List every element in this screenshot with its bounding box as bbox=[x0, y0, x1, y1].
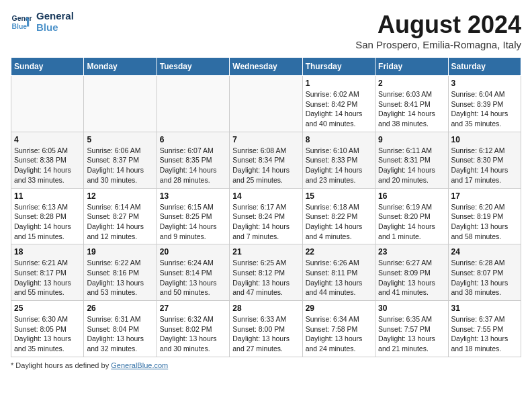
logo-text: GeneralBlue bbox=[36, 11, 74, 33]
calendar-cell: 15Sunrise: 6:18 AM Sunset: 8:22 PM Dayli… bbox=[302, 188, 375, 244]
calendar-cell: 31Sunrise: 6:37 AM Sunset: 7:55 PM Dayli… bbox=[448, 301, 521, 357]
day-info: Sunrise: 6:19 AM Sunset: 8:20 PM Dayligh… bbox=[378, 202, 445, 242]
calendar-cell: 8Sunrise: 6:10 AM Sunset: 8:33 PM Daylig… bbox=[302, 132, 375, 188]
calendar-cell: 3Sunrise: 6:04 AM Sunset: 8:39 PM Daylig… bbox=[448, 76, 521, 132]
day-info: Sunrise: 6:08 AM Sunset: 8:34 PM Dayligh… bbox=[232, 146, 299, 185]
day-number: 9 bbox=[378, 135, 445, 144]
day-number: 18 bbox=[14, 247, 81, 257]
calendar-cell: 11Sunrise: 6:13 AM Sunset: 8:28 PM Dayli… bbox=[11, 188, 84, 244]
day-number: 22 bbox=[306, 247, 372, 257]
logo-icon: General Blue bbox=[11, 11, 32, 33]
calendar-cell: 30Sunrise: 6:35 AM Sunset: 7:57 PM Dayli… bbox=[375, 301, 448, 357]
day-info: Sunrise: 6:28 AM Sunset: 8:07 PM Dayligh… bbox=[451, 258, 518, 298]
calendar-week-row: 4Sunrise: 6:05 AM Sunset: 8:38 PM Daylig… bbox=[11, 132, 521, 188]
calendar-cell: 4Sunrise: 6:05 AM Sunset: 8:38 PM Daylig… bbox=[11, 132, 84, 188]
logo: General Blue General Blue GeneralBlue bbox=[11, 11, 74, 33]
calendar-day-header: Sunday bbox=[11, 58, 84, 76]
day-info: Sunrise: 6:11 AM Sunset: 8:31 PM Dayligh… bbox=[378, 146, 445, 185]
day-info: Sunrise: 6:15 AM Sunset: 8:25 PM Dayligh… bbox=[160, 202, 226, 242]
day-info: Sunrise: 6:34 AM Sunset: 7:58 PM Dayligh… bbox=[306, 314, 372, 354]
svg-text:General: General bbox=[12, 15, 32, 22]
day-info: Sunrise: 6:02 AM Sunset: 8:42 PM Dayligh… bbox=[306, 89, 372, 129]
day-info: Sunrise: 6:33 AM Sunset: 8:00 PM Dayligh… bbox=[232, 314, 299, 354]
day-info: Sunrise: 6:12 AM Sunset: 8:30 PM Dayligh… bbox=[451, 146, 518, 185]
day-number: 26 bbox=[87, 304, 153, 313]
day-info: Sunrise: 6:18 AM Sunset: 8:22 PM Dayligh… bbox=[306, 202, 372, 242]
day-number: 7 bbox=[232, 135, 299, 144]
day-info: Sunrise: 6:06 AM Sunset: 8:37 PM Dayligh… bbox=[87, 146, 153, 185]
day-number: 23 bbox=[378, 247, 445, 257]
day-info: Sunrise: 6:24 AM Sunset: 8:14 PM Dayligh… bbox=[160, 258, 226, 298]
calendar-week-row: 18Sunrise: 6:21 AM Sunset: 8:17 PM Dayli… bbox=[11, 244, 521, 301]
calendar-cell: 22Sunrise: 6:26 AM Sunset: 8:11 PM Dayli… bbox=[302, 244, 375, 301]
day-info: Sunrise: 6:03 AM Sunset: 8:41 PM Dayligh… bbox=[378, 89, 445, 129]
day-number: 17 bbox=[451, 191, 518, 201]
day-info: Sunrise: 6:32 AM Sunset: 8:02 PM Dayligh… bbox=[160, 314, 226, 354]
day-number: 16 bbox=[378, 191, 445, 201]
calendar-cell: 5Sunrise: 6:06 AM Sunset: 8:37 PM Daylig… bbox=[84, 132, 157, 188]
calendar-header-row: SundayMondayTuesdayWednesdayThursdayFrid… bbox=[11, 58, 521, 76]
day-info: Sunrise: 6:27 AM Sunset: 8:09 PM Dayligh… bbox=[378, 258, 445, 298]
day-number: 11 bbox=[14, 191, 81, 201]
calendar-week-row: 25Sunrise: 6:30 AM Sunset: 8:05 PM Dayli… bbox=[11, 301, 521, 357]
subtitle: San Prospero, Emilia-Romagna, Italy bbox=[355, 39, 521, 50]
calendar-cell: 21Sunrise: 6:25 AM Sunset: 8:12 PM Dayli… bbox=[230, 244, 302, 301]
calendar-cell bbox=[157, 76, 229, 132]
calendar-cell: 9Sunrise: 6:11 AM Sunset: 8:31 PM Daylig… bbox=[375, 132, 448, 188]
day-number: 13 bbox=[160, 191, 226, 201]
day-info: Sunrise: 6:35 AM Sunset: 7:57 PM Dayligh… bbox=[378, 314, 445, 354]
calendar-cell: 25Sunrise: 6:30 AM Sunset: 8:05 PM Dayli… bbox=[11, 301, 84, 357]
calendar-cell: 7Sunrise: 6:08 AM Sunset: 8:34 PM Daylig… bbox=[230, 132, 302, 188]
calendar-cell: 27Sunrise: 6:32 AM Sunset: 8:02 PM Dayli… bbox=[157, 301, 229, 357]
calendar-cell: 29Sunrise: 6:34 AM Sunset: 7:58 PM Dayli… bbox=[302, 301, 375, 357]
day-info: Sunrise: 6:13 AM Sunset: 8:28 PM Dayligh… bbox=[14, 202, 81, 242]
day-number: 5 bbox=[87, 135, 153, 144]
day-info: Sunrise: 6:20 AM Sunset: 8:19 PM Dayligh… bbox=[451, 202, 518, 242]
calendar-day-header: Tuesday bbox=[157, 58, 229, 76]
calendar-cell: 18Sunrise: 6:21 AM Sunset: 8:17 PM Dayli… bbox=[11, 244, 84, 301]
day-number: 14 bbox=[232, 191, 299, 201]
day-number: 15 bbox=[306, 191, 372, 201]
day-info: Sunrise: 6:22 AM Sunset: 8:16 PM Dayligh… bbox=[87, 258, 153, 298]
day-number: 8 bbox=[306, 135, 372, 144]
day-number: 1 bbox=[306, 79, 372, 88]
day-number: 24 bbox=[451, 247, 518, 257]
calendar-cell: 13Sunrise: 6:15 AM Sunset: 8:25 PM Dayli… bbox=[157, 188, 229, 244]
page-header: General Blue General Blue GeneralBlue Au… bbox=[11, 11, 521, 50]
calendar-cell: 28Sunrise: 6:33 AM Sunset: 8:00 PM Dayli… bbox=[230, 301, 302, 357]
calendar-cell: 17Sunrise: 6:20 AM Sunset: 8:19 PM Dayli… bbox=[448, 188, 521, 244]
day-number: 4 bbox=[14, 135, 81, 144]
calendar-day-header: Saturday bbox=[448, 58, 521, 76]
day-number: 3 bbox=[451, 79, 518, 88]
calendar-day-header: Monday bbox=[84, 58, 157, 76]
calendar-cell: 20Sunrise: 6:24 AM Sunset: 8:14 PM Dayli… bbox=[157, 244, 229, 301]
day-number: 25 bbox=[14, 304, 81, 313]
calendar-cell: 26Sunrise: 6:31 AM Sunset: 8:04 PM Dayli… bbox=[84, 301, 157, 357]
title-area: August 2024 San Prospero, Emilia-Romagna… bbox=[355, 11, 521, 50]
day-number: 19 bbox=[87, 247, 153, 257]
calendar-cell: 1Sunrise: 6:02 AM Sunset: 8:42 PM Daylig… bbox=[302, 76, 375, 132]
daylight-note: * Daylight hours as defined by GeneralBl… bbox=[11, 361, 521, 369]
calendar-cell bbox=[11, 76, 84, 132]
day-info: Sunrise: 6:37 AM Sunset: 7:55 PM Dayligh… bbox=[451, 314, 518, 354]
day-number: 28 bbox=[232, 304, 299, 313]
calendar-cell: 6Sunrise: 6:07 AM Sunset: 8:35 PM Daylig… bbox=[157, 132, 229, 188]
calendar-cell: 24Sunrise: 6:28 AM Sunset: 8:07 PM Dayli… bbox=[448, 244, 521, 301]
day-number: 27 bbox=[160, 304, 226, 313]
calendar-cell: 12Sunrise: 6:14 AM Sunset: 8:27 PM Dayli… bbox=[84, 188, 157, 244]
day-info: Sunrise: 6:26 AM Sunset: 8:11 PM Dayligh… bbox=[306, 258, 372, 298]
day-info: Sunrise: 6:25 AM Sunset: 8:12 PM Dayligh… bbox=[232, 258, 299, 298]
day-number: 12 bbox=[87, 191, 153, 201]
day-number: 2 bbox=[378, 79, 445, 88]
day-number: 21 bbox=[232, 247, 299, 257]
day-info: Sunrise: 6:05 AM Sunset: 8:38 PM Dayligh… bbox=[14, 146, 81, 185]
day-info: Sunrise: 6:14 AM Sunset: 8:27 PM Dayligh… bbox=[87, 202, 153, 242]
day-info: Sunrise: 6:10 AM Sunset: 8:33 PM Dayligh… bbox=[306, 146, 372, 185]
calendar-cell: 19Sunrise: 6:22 AM Sunset: 8:16 PM Dayli… bbox=[84, 244, 157, 301]
day-number: 29 bbox=[306, 304, 372, 313]
calendar-cell: 10Sunrise: 6:12 AM Sunset: 8:30 PM Dayli… bbox=[448, 132, 521, 188]
calendar-week-row: 1Sunrise: 6:02 AM Sunset: 8:42 PM Daylig… bbox=[11, 76, 521, 132]
calendar-day-header: Wednesday bbox=[230, 58, 302, 76]
calendar-cell: 2Sunrise: 6:03 AM Sunset: 8:41 PM Daylig… bbox=[375, 76, 448, 132]
day-number: 30 bbox=[378, 304, 445, 313]
